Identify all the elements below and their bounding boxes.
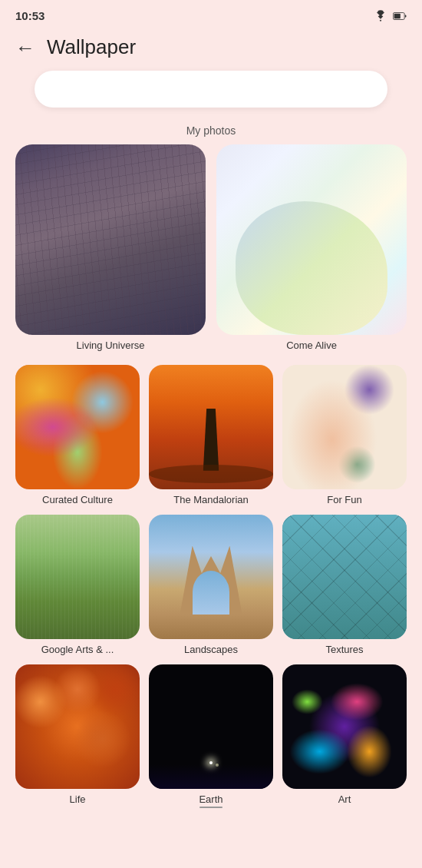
wallpaper-earth[interactable]: Earth — [149, 664, 273, 811]
label-life: Life — [70, 793, 86, 805]
wallpaper-living-universe[interactable]: Living Universe — [15, 144, 206, 351]
wallpaper-life[interactable]: Life — [15, 664, 140, 811]
wifi-icon — [373, 10, 388, 22]
label-curated-culture: Curated Culture — [42, 494, 113, 505]
header: ← Wallpaper — [0, 28, 422, 71]
wallpaper-google-arts[interactable]: Google Arts & ... — [15, 515, 140, 655]
label-living-universe: Living Universe — [77, 340, 145, 351]
status-bar: 10:53 — [0, 0, 422, 28]
wallpaper-come-alive[interactable]: Come Alive — [216, 144, 407, 351]
thumb-google-arts — [15, 515, 140, 639]
thumb-for-fun — [282, 365, 407, 489]
label-for-fun: For Fun — [327, 494, 362, 505]
thumb-life — [15, 664, 140, 789]
label-google-arts: Google Arts & ... — [41, 644, 114, 655]
thumb-art — [282, 664, 407, 789]
wallpaper-curated-culture[interactable]: Curated Culture — [15, 365, 140, 505]
label-art: Art — [338, 793, 351, 805]
thumb-curated-culture — [15, 365, 140, 489]
thumb-come-alive — [216, 144, 407, 335]
wallpaper-mandalorian[interactable]: The Mandalorian — [149, 365, 273, 505]
wallpaper-textures[interactable]: Textures — [282, 515, 407, 655]
wallpaper-landscapes[interactable]: Landscapes — [149, 515, 273, 655]
label-textures: Textures — [325, 644, 363, 655]
thumb-landscapes — [149, 515, 273, 639]
search-bar-wrapper — [0, 71, 422, 115]
thumb-mandalorian — [149, 365, 273, 489]
status-icons — [373, 10, 407, 22]
page-title: Wallpaper — [47, 35, 136, 59]
thumb-living-universe — [15, 144, 206, 335]
small-photo-grid: Curated Culture The Mandalorian For Fun … — [0, 357, 422, 819]
label-earth: Earth — [199, 793, 223, 805]
section-label: My photos — [0, 124, 422, 137]
status-time: 10:53 — [15, 9, 45, 22]
label-mandalorian: The Mandalorian — [173, 494, 249, 505]
wallpaper-art[interactable]: Art — [282, 664, 407, 811]
label-landscapes: Landscapes — [184, 644, 238, 655]
search-bar[interactable] — [35, 71, 387, 108]
thumb-textures — [282, 515, 407, 639]
large-photo-grid: Living Universe Come Alive — [0, 144, 422, 351]
label-come-alive: Come Alive — [286, 340, 337, 351]
svg-rect-1 — [394, 13, 401, 18]
wallpaper-for-fun[interactable]: For Fun — [282, 365, 407, 505]
thumb-earth — [149, 664, 273, 789]
battery-icon — [393, 12, 407, 21]
earth-underline — [199, 807, 223, 808]
back-button[interactable]: ← — [15, 38, 35, 58]
